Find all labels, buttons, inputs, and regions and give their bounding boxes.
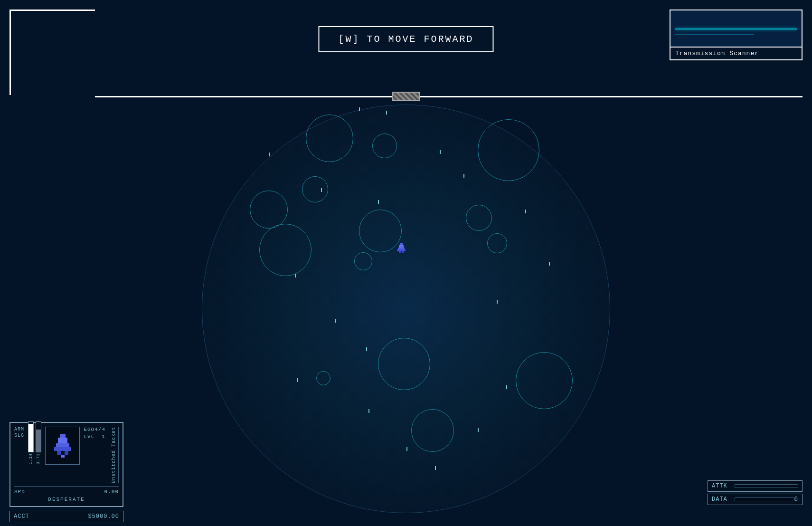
acct-bar: ACCT $5000.00 [9,511,123,522]
acct-value: $5000.00 [88,513,119,520]
tick-17 [478,428,479,432]
svg-rect-0 [400,243,403,245]
status-label: DESPERATE [14,497,119,502]
tick-19 [435,466,436,470]
ship-name-vertical: Unstitched Tacket [111,427,119,483]
data-row: DATA 0 [708,494,803,505]
tick-12 [335,319,336,323]
svg-rect-8 [56,443,69,447]
scanner-panel: Transmission Scanner [670,10,803,60]
tick-6 [321,188,322,192]
stat-bars: 1.14 9.71 [28,427,41,465]
svg-rect-12 [61,455,65,458]
svg-rect-11 [65,451,68,455]
player-ship [397,243,406,253]
tick-11 [497,300,498,304]
arm-bar-fill [28,424,33,452]
tick-5 [463,174,464,178]
tick-7 [295,274,296,277]
svg-rect-6 [60,434,66,438]
tick-13 [366,347,367,351]
tick-18 [406,447,407,451]
data-value: 0 [794,496,798,503]
tick-16 [368,409,369,413]
hud-right-stats: EGO 4/4 LVL 1 [84,427,105,440]
svg-rect-4 [399,251,401,253]
slg-label: SLG [14,433,24,438]
svg-rect-9 [54,447,71,451]
arm-label: ARM [14,427,24,432]
tick-4 [440,150,441,154]
tick-1 [359,107,360,111]
arm-bar-track [28,421,34,452]
asteroid-5 [259,224,312,276]
attk-row: ATTK [708,480,803,492]
svg-rect-10 [57,451,61,455]
svg-rect-2 [398,248,405,249]
spd-label: SPD [14,489,25,495]
tick-2 [386,111,387,115]
scanner-line [675,29,797,29]
asteroid-4 [250,191,288,229]
scanner-screen [670,10,803,48]
instruction-box: [W] TO MOVE FORWARD [318,26,493,52]
ego-value: 4/4 [94,427,105,432]
svg-rect-7 [58,438,67,443]
hud-bottom: SPD 0.00 [14,486,119,495]
acct-label: ACCT [14,513,29,520]
instruction-text: [W] TO MOVE FORWARD [338,34,473,45]
scanner-line2 [675,34,754,35]
data-bar-track [735,497,794,501]
tick-3 [269,153,270,156]
asteroid-3 [478,119,539,181]
radar-area [202,105,610,513]
asteroid-8 [354,252,372,270]
spd-value: 0.00 [104,489,119,495]
connector-notch [392,92,420,101]
tick-14 [297,378,298,382]
top-left-bracket [9,10,95,95]
ship-portrait [45,427,80,465]
attk-label: ATTK [712,483,731,489]
slg-bar-track [36,421,41,452]
asteroid-6 [302,176,328,202]
tick-8 [378,200,379,204]
lvl-value: 1 [102,434,105,440]
scanner-label: Transmission Scanner [670,48,803,60]
asteroid-10 [487,233,507,253]
asteroid-2 [372,134,397,158]
svg-rect-5 [402,251,404,253]
svg-rect-1 [399,245,404,248]
asteroid-1 [306,115,353,162]
asteroid-13 [316,371,330,385]
asteroid-12 [516,352,573,409]
hud-panel: ARM SLG 1.14 9.71 [9,422,123,507]
arm-bar-val: 1.14 [28,453,33,465]
top-connector-line [95,96,803,97]
slg-bar-val: 9.71 [36,453,41,465]
svg-rect-3 [397,249,406,251]
asteroid-7 [359,210,402,252]
attk-panel: ATTK DATA 0 [708,480,803,507]
slg-bar-fill [36,430,41,452]
asteroid-9 [466,205,492,231]
arm-bar-container: 1.14 [28,421,34,465]
tick-15 [506,385,507,389]
ego-label: EGO [84,427,94,432]
slg-bar-container: 9.71 [36,421,41,465]
asteroid-14 [411,409,454,452]
lvl-label: LVL [84,434,94,440]
tick-9 [525,210,526,213]
attk-bar-track [735,484,798,488]
data-label: DATA [712,496,731,503]
tick-10 [549,262,550,266]
asteroid-11 [378,338,430,390]
